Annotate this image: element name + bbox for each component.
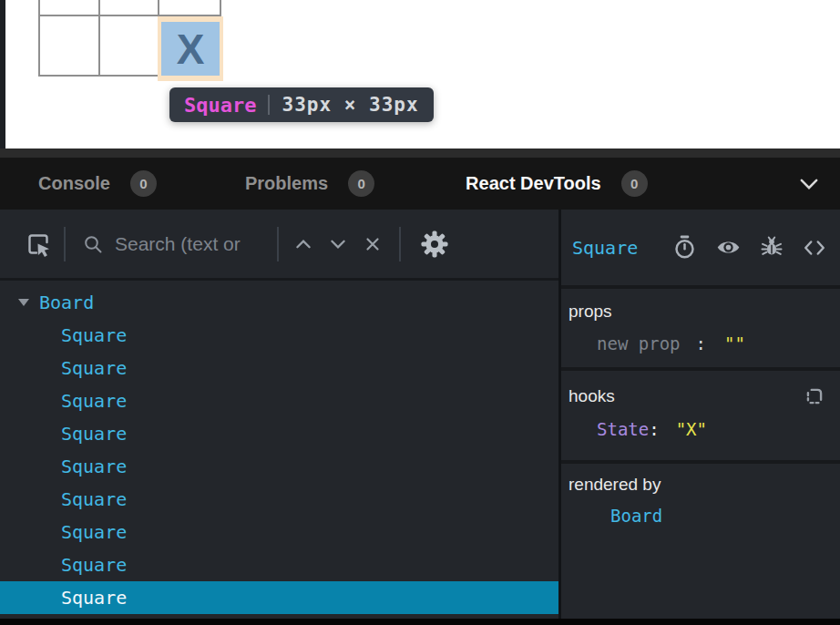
tab-console-badge: 0 [130,170,157,197]
clear-search-icon[interactable] [363,234,383,254]
grid-line [98,0,100,77]
selected-component-name: Square [572,237,638,259]
tree-item-label: Square [61,456,127,477]
window-left-edge [0,0,5,149]
hooks-section: hooks State : "X" [561,371,840,460]
details-actions [672,235,827,260]
search-icon [82,233,104,255]
rendered-by-title: rendered by [569,475,661,494]
inspect-element-icon[interactable] [24,230,53,259]
tree-item-square[interactable]: Square [0,483,558,516]
tab-console-label: Console [38,173,110,194]
tooltip-divider [268,95,270,115]
hook-row: State : "X" [569,419,829,439]
parse-hook-names-icon[interactable] [804,385,825,407]
board-square-highlighted[interactable]: X [161,22,220,76]
component-details-pane: Square [561,210,840,619]
search-input[interactable] [115,233,268,255]
tab-problems-label: Problems [245,173,328,194]
tree-item-square-selected[interactable]: Square [0,581,558,614]
tree-item-square[interactable]: Square [0,417,558,450]
rendered-by-section: rendered by Board [561,464,840,619]
chevron-up-icon[interactable] [293,235,313,253]
tree-item-label: Square [61,324,127,346]
tab-problems[interactable]: Problems 0 [245,170,374,197]
new-prop-key-input[interactable]: new prop [597,333,681,353]
props-title: props [569,302,612,322]
grid-line [38,0,40,77]
tab-problems-badge: 0 [348,170,374,197]
chevron-down-icon[interactable] [798,178,820,190]
hook-state-value-input[interactable]: "X" [676,419,707,439]
panel-top-strip [0,149,840,158]
tree-item-square[interactable]: Square [0,352,558,384]
tree-item-label: Square [61,357,127,379]
tree-item-square[interactable]: Square [0,450,558,483]
tree-item-board[interactable]: Board [0,286,558,319]
gear-icon[interactable] [421,231,448,258]
tree-item-square[interactable]: Square [0,516,558,548]
tree-item-square[interactable]: Square [0,319,558,352]
tree-item-label: Square [61,390,127,412]
component-tree: Board Square Square Square Square Square… [0,281,558,619]
tree-item-label: Square [61,554,127,576]
react-devtools-panel: Board Square Square Square Square Square… [0,210,840,619]
square-value: X [177,28,205,70]
window-bottom-edge [0,619,840,625]
tree-item-label: Board [39,292,94,313]
tree-item-label: Square [61,423,127,445]
view-source-icon[interactable] [802,236,827,260]
tree-item-label: Square [61,521,127,543]
tooltip-dimensions: 33px × 33px [282,94,418,116]
expand-chevron-icon[interactable] [18,299,29,306]
rendered-by-board-link[interactable]: Board [610,506,662,526]
screen: X Square 33px × 33px Console 0 Problems … [0,0,840,625]
tab-react-devtools-badge: 0 [621,170,648,197]
inspect-highlight-overlay: X [158,16,223,81]
devtools-tabbar: Console 0 Problems 0 React DevTools 0 [0,158,840,210]
log-bug-icon[interactable] [760,235,784,260]
browser-viewport: X Square 33px × 33px [0,0,840,149]
toolbar-divider [277,227,279,261]
tree-item-label: Square [61,488,127,510]
tree-item-label: Square [61,587,127,609]
tree-item-square[interactable]: Square [0,384,558,417]
new-prop-value-input[interactable]: "" [724,333,745,353]
tooltip-component-name: Square [184,94,256,117]
suspend-timer-icon[interactable] [672,235,697,260]
props-section: props new prop : "" [561,289,840,367]
tab-console[interactable]: Console 0 [38,170,157,197]
hook-state-key: State [597,419,649,439]
tab-react-devtools-label: React DevTools [466,173,601,194]
prop-colon: : [696,333,706,353]
hook-colon: : [649,419,659,439]
components-tree-pane: Board Square Square Square Square Square… [0,210,558,619]
toolbar-divider [64,227,66,261]
details-header: Square [561,210,840,285]
prop-row: new prop : "" [569,333,829,353]
inspect-dom-eye-icon[interactable] [715,235,742,260]
toolbar-divider [399,227,401,261]
tree-item-square[interactable]: Square [0,548,558,581]
tab-react-devtools[interactable]: React DevTools 0 [466,170,648,197]
inspect-tooltip: Square 33px × 33px [169,87,434,122]
hooks-title: hooks [569,386,615,406]
chevron-down-icon[interactable] [328,235,348,253]
tree-toolbar [0,210,558,281]
